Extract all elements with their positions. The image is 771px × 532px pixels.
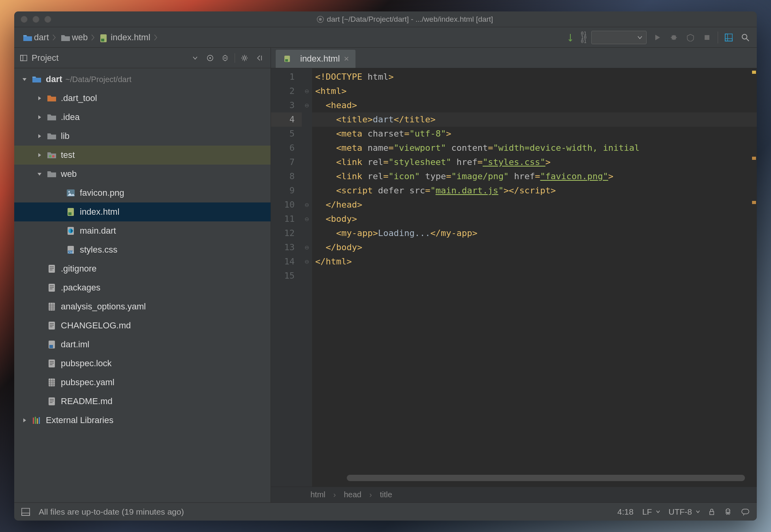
code-line[interactable]: <html> (312, 84, 757, 98)
line-number[interactable]: 7 (271, 155, 302, 169)
search-button[interactable] (739, 32, 751, 43)
tree-item[interactable]: dart~/Data/Project/dart (14, 70, 271, 89)
code-line[interactable]: <!DOCTYPE html> (312, 70, 757, 84)
expand-arrow-icon[interactable] (35, 94, 44, 103)
inspector-icon[interactable] (724, 508, 732, 516)
cursor-position[interactable]: 4:18 (617, 507, 634, 517)
notifications-icon[interactable] (741, 508, 750, 516)
code-line[interactable]: <script defer src="main.dart.js"></scrip… (312, 184, 757, 198)
minimize-window-button[interactable] (32, 16, 39, 23)
code-line[interactable]: <meta name="viewport" content="width=dev… (312, 141, 757, 155)
code-line[interactable] (312, 269, 757, 283)
expand-arrow-icon[interactable] (20, 75, 29, 84)
code-line[interactable]: <link rel="icon" type="image/png" href="… (312, 169, 757, 184)
tree-item[interactable]: analysis_options.yaml (14, 297, 271, 316)
line-number[interactable]: 5 (271, 127, 302, 141)
editor-tab[interactable]: index.html ✕ (276, 50, 355, 68)
fold-toggle[interactable]: ⊖ (302, 255, 312, 269)
hide-panel-button[interactable] (254, 52, 265, 64)
tree-item[interactable]: External Libraries (14, 411, 271, 430)
fold-toggle[interactable]: ⊖ (302, 84, 312, 98)
run-config-combo[interactable] (591, 31, 647, 44)
tree-item[interactable]: .dart_tool (14, 89, 271, 108)
fold-toggle[interactable]: ⊖ (302, 212, 312, 226)
project-panel-title[interactable]: Project (32, 53, 58, 63)
fold-toggle[interactable]: ⊖ (302, 98, 312, 112)
tree-item[interactable]: test (14, 146, 271, 165)
code-line[interactable]: <head> (312, 98, 757, 112)
tree-item[interactable]: .packages (14, 278, 271, 297)
line-number-gutter[interactable]: 123456789101112131415 (271, 68, 302, 487)
fold-gutter[interactable]: ⊖⊖⊖⊖⊖⊖ (302, 68, 312, 487)
breadcrumb-item[interactable]: index.html (96, 31, 153, 44)
line-number[interactable]: 11 (271, 212, 302, 226)
editor-crumb[interactable]: head (344, 490, 361, 499)
file-encoding[interactable]: UTF-8 (669, 507, 700, 517)
tree-item[interactable]: CSSstyles.css (14, 240, 271, 259)
code-line[interactable]: </body> (312, 240, 757, 255)
warning-marker[interactable] (752, 201, 756, 204)
line-number[interactable]: 12 (271, 226, 302, 240)
expand-arrow-icon[interactable] (35, 169, 44, 179)
editor-crumb[interactable]: title (380, 490, 392, 499)
tree-item[interactable]: favicon.png (14, 184, 271, 202)
layout-button[interactable] (723, 32, 735, 43)
breadcrumb-item[interactable]: web (58, 31, 91, 44)
editor-crumb[interactable]: html (310, 490, 325, 499)
titlebar[interactable]: dart [~/Data/Project/dart] - .../web/ind… (14, 11, 757, 27)
code-line[interactable]: <meta charset="utf-8"> (312, 127, 757, 141)
line-number[interactable]: 10 (271, 198, 302, 212)
line-separator[interactable]: LF (642, 507, 660, 517)
tree-item[interactable]: README.md (14, 392, 271, 411)
tree-item[interactable]: main.dart (14, 221, 271, 240)
tree-item[interactable]: CHANGELOG.md (14, 316, 271, 335)
lock-icon[interactable] (709, 508, 715, 515)
binary-data-icon[interactable] (564, 32, 576, 43)
code-editor[interactable]: <!DOCTYPE html><html> <head> <title>dart… (312, 68, 757, 487)
tree-item[interactable]: index.html (14, 202, 271, 221)
editor-breadcrumb[interactable]: html›head›title (271, 487, 757, 502)
line-number[interactable]: 8 (271, 169, 302, 184)
line-number[interactable]: 9 (271, 184, 302, 198)
settings-gear-button[interactable] (239, 52, 250, 64)
line-number[interactable]: 6 (271, 141, 302, 155)
warning-marker[interactable] (752, 71, 756, 74)
line-number[interactable]: 13 (271, 240, 302, 255)
code-line[interactable]: <my-app>Loading...</my-app> (312, 226, 757, 240)
collapse-all-button[interactable] (220, 52, 231, 64)
fold-toggle[interactable]: ⊖ (302, 198, 312, 212)
expand-arrow-icon[interactable] (20, 416, 29, 425)
tool-window-toggle-icon[interactable] (21, 508, 30, 516)
zoom-window-button[interactable] (44, 16, 51, 23)
line-number[interactable]: 14 (271, 255, 302, 269)
view-mode-dropdown[interactable] (190, 52, 201, 64)
close-window-button[interactable] (21, 16, 28, 23)
run-button[interactable] (651, 32, 663, 43)
line-number[interactable]: 15 (271, 269, 302, 283)
stop-button[interactable] (701, 32, 713, 43)
line-number[interactable]: 1 (271, 70, 302, 84)
warning-marker[interactable] (752, 157, 756, 160)
tab-close-button[interactable]: ✕ (344, 55, 349, 63)
expand-arrow-icon[interactable] (35, 131, 44, 141)
code-line[interactable]: <link rel="stylesheet" href="styles.css"… (312, 155, 757, 169)
tree-item[interactable]: lib (14, 127, 271, 146)
coverage-button[interactable] (684, 32, 696, 43)
code-line[interactable]: </html> (312, 255, 757, 269)
line-number[interactable]: 4 (271, 112, 302, 127)
expand-arrow-icon[interactable] (35, 150, 44, 160)
project-tree[interactable]: dart~/Data/Project/dart.dart_tool.ideali… (14, 68, 271, 502)
code-line[interactable]: </head> (312, 198, 757, 212)
code-line[interactable]: <body> (312, 212, 757, 226)
line-number[interactable]: 3 (271, 98, 302, 112)
tree-item[interactable]: .gitignore (14, 259, 271, 278)
fold-toggle[interactable]: ⊖ (302, 240, 312, 255)
breadcrumb-item[interactable]: dart (20, 31, 52, 44)
debug-button[interactable] (668, 32, 680, 43)
tree-item[interactable]: web (14, 165, 271, 184)
tree-item[interactable]: pubspec.lock (14, 354, 271, 373)
horizontal-scrollbar[interactable] (347, 475, 745, 481)
tree-item[interactable]: dart.iml (14, 335, 271, 354)
scroll-from-source-button[interactable] (205, 52, 216, 64)
tree-item[interactable]: .idea (14, 108, 271, 127)
